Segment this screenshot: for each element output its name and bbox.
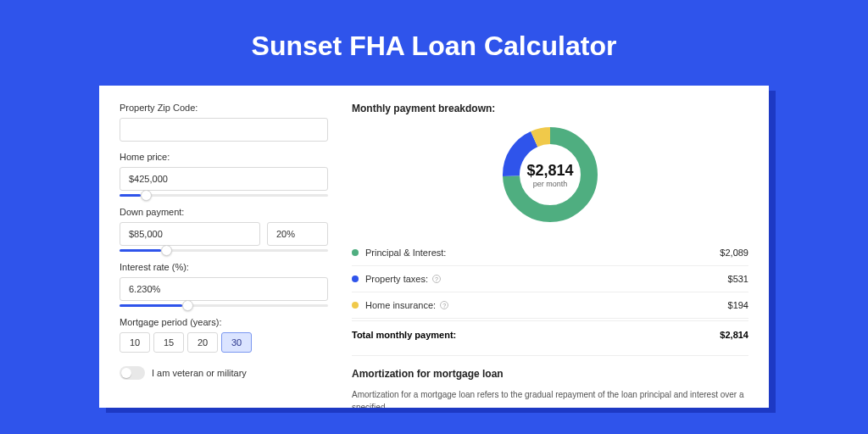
- interest-rate-label: Interest rate (%):: [120, 262, 328, 272]
- period-button-30[interactable]: 30: [221, 332, 252, 353]
- results-panel: Monthly payment breakdown: $2,814 per mo…: [352, 103, 748, 408]
- slider-handle-icon[interactable]: [161, 245, 172, 256]
- dot-icon: [352, 275, 359, 282]
- veteran-label: I am veteran or military: [152, 368, 247, 378]
- legend-row-insurance: Home insurance: ? $194: [352, 292, 748, 319]
- down-payment-slider[interactable]: [120, 249, 328, 252]
- legend-value: $531: [728, 274, 748, 284]
- legend-value: $194: [728, 300, 748, 310]
- legend-label: Home insurance: ?: [365, 300, 728, 310]
- mortgage-period-label: Mortgage period (years):: [120, 317, 328, 327]
- amortization-title: Amortization for mortgage loan: [352, 368, 748, 380]
- dot-icon: [352, 302, 359, 309]
- home-price-slider[interactable]: [120, 194, 328, 197]
- donut-center-amount: $2,814: [526, 162, 573, 180]
- divider: [352, 355, 748, 356]
- home-price-input[interactable]: [120, 167, 328, 191]
- period-button-15[interactable]: 15: [153, 332, 184, 353]
- down-payment-amount-input[interactable]: [120, 222, 260, 246]
- interest-rate-input[interactable]: [120, 277, 328, 301]
- veteran-toggle[interactable]: [120, 366, 145, 380]
- zip-label: Property Zip Code:: [120, 103, 328, 113]
- legend-value: $2,089: [720, 248, 748, 258]
- legend-label: Property taxes: ?: [365, 274, 728, 284]
- zip-input[interactable]: [120, 118, 328, 142]
- form-panel: Property Zip Code: Home price: Down paym…: [120, 103, 328, 408]
- home-price-label: Home price:: [120, 152, 328, 162]
- info-icon[interactable]: ?: [440, 301, 448, 309]
- legend-label: Principal & Interest:: [365, 248, 720, 258]
- total-label: Total monthly payment:: [352, 330, 720, 340]
- interest-rate-slider[interactable]: [120, 304, 328, 307]
- down-payment-percent-input[interactable]: [267, 222, 328, 246]
- period-button-20[interactable]: 20: [187, 332, 218, 353]
- info-icon[interactable]: ?: [432, 275, 441, 283]
- total-value: $2,814: [720, 330, 748, 340]
- slider-handle-icon[interactable]: [182, 300, 193, 311]
- period-button-10[interactable]: 10: [120, 332, 150, 353]
- slider-handle-icon[interactable]: [141, 190, 152, 201]
- donut-center-sub: per month: [533, 180, 568, 188]
- down-payment-label: Down payment:: [120, 207, 328, 217]
- calculator-card: Property Zip Code: Home price: Down paym…: [99, 86, 769, 408]
- total-row: Total monthly payment: $2,814: [352, 320, 748, 352]
- dot-icon: [352, 249, 359, 256]
- breakdown-title: Monthly payment breakdown:: [352, 103, 748, 114]
- breakdown-legend: Principal & Interest: $2,089 Property ta…: [352, 240, 748, 352]
- payment-donut-chart: $2,814 per month: [500, 125, 600, 225]
- mortgage-period-group: 10 15 20 30: [120, 332, 328, 353]
- page-title: Sunset FHA Loan Calculator: [0, 0, 868, 86]
- amortization-body: Amortization for a mortgage loan refers …: [352, 388, 748, 408]
- legend-row-principal: Principal & Interest: $2,089: [352, 240, 748, 266]
- legend-row-taxes: Property taxes: ? $531: [352, 266, 748, 292]
